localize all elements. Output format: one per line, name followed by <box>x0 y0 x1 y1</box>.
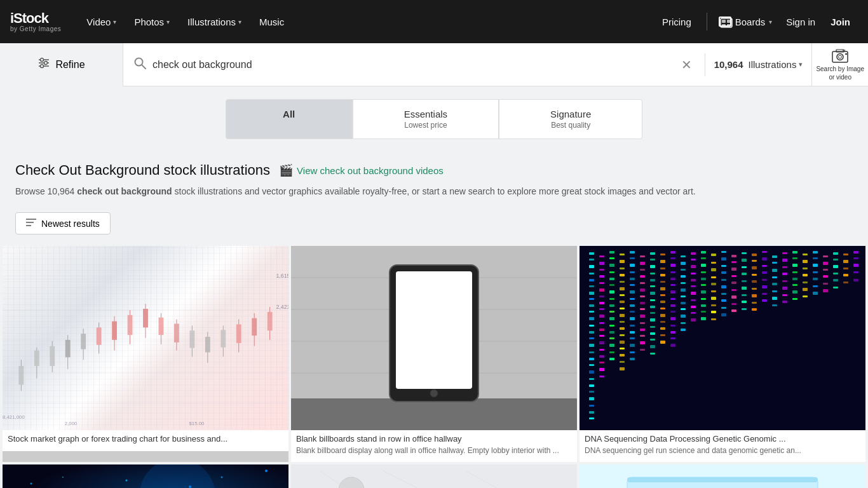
svg-rect-158 <box>630 251 635 254</box>
clear-search-button[interactable]: ✕ <box>679 55 695 75</box>
svg-rect-85 <box>589 298 594 300</box>
tab-signature-label: Signature <box>550 109 591 119</box>
svg-rect-88 <box>589 317 594 320</box>
image-card[interactable]: Blank billboards stand in row in office … <box>291 246 577 462</box>
svg-rect-45 <box>159 318 164 335</box>
svg-rect-212 <box>660 294 665 296</box>
nav-right-actions: Pricing Boards ▾ Sign in Join <box>652 11 858 32</box>
svg-rect-107 <box>599 275 604 278</box>
svg-rect-29 <box>34 351 39 366</box>
svg-rect-35 <box>81 334 86 349</box>
brand-logo[interactable]: iStock by Getty Images <box>10 11 61 32</box>
svg-rect-27 <box>18 366 24 384</box>
svg-text:2,000: 2,000 <box>65 421 78 426</box>
search-input[interactable] <box>153 59 672 71</box>
svg-rect-264 <box>701 290 706 294</box>
svg-rect-283 <box>721 279 726 281</box>
svg-rect-113 <box>599 315 604 318</box>
brand-name: iStock <box>10 11 61 25</box>
svg-rect-140 <box>620 254 625 255</box>
svg-rect-285 <box>721 293 726 295</box>
svg-point-76 <box>430 390 438 397</box>
nav-boards-button[interactable]: Boards ▾ <box>712 11 779 32</box>
svg-rect-332 <box>782 252 787 254</box>
svg-rect-320 <box>762 279 767 281</box>
svg-rect-384 <box>3 464 288 488</box>
image-caption: Stock market graph or forex trading char… <box>3 430 288 451</box>
svg-rect-133 <box>609 317 614 320</box>
svg-rect-180 <box>640 288 645 292</box>
svg-rect-118 <box>599 349 604 351</box>
svg-text:2,421: 2,421 <box>276 304 288 310</box>
svg-rect-119 <box>599 355 604 358</box>
svg-rect-174 <box>630 358 635 360</box>
svg-rect-329 <box>772 290 777 292</box>
svg-point-395 <box>265 470 268 472</box>
svg-rect-325 <box>772 262 777 264</box>
nav-video[interactable]: Video ▾ <box>79 11 124 32</box>
svg-rect-313 <box>752 294 757 297</box>
join-button[interactable]: Join <box>823 11 858 32</box>
svg-rect-79 <box>589 259 594 261</box>
image-card[interactable]: 1,615 2,421 8,421,000 2,000 $15.00 Stock… <box>3 246 288 462</box>
image-caption: Blank billboards stand in row in office … <box>291 430 577 462</box>
nav-links: Video ▾ Photos ▾ Illustrations ▾ Music <box>79 11 652 32</box>
svg-rect-260 <box>701 264 706 267</box>
svg-rect-202 <box>650 332 655 335</box>
svg-rect-117 <box>599 341 604 344</box>
svg-point-393 <box>221 477 223 478</box>
search-by-image-button[interactable]: Search by Imageor video <box>811 43 868 86</box>
nav-music[interactable]: Music <box>252 11 292 32</box>
image-card[interactable]: DNA Sequencing Data Processing Genetic G… <box>580 246 865 462</box>
svg-rect-277 <box>711 311 716 313</box>
svg-rect-324 <box>772 255 777 258</box>
signin-button[interactable]: Sign in <box>778 11 823 32</box>
svg-rect-218 <box>660 334 665 336</box>
svg-rect-268 <box>701 317 706 320</box>
svg-rect-164 <box>630 290 635 294</box>
svg-rect-222 <box>670 264 675 267</box>
svg-rect-112 <box>599 308 604 310</box>
nav-photos[interactable]: Photos ▾ <box>126 11 177 32</box>
svg-rect-269 <box>711 254 716 256</box>
svg-rect-162 <box>630 278 635 280</box>
svg-rect-338 <box>782 294 787 296</box>
svg-rect-102 <box>589 411 594 414</box>
svg-rect-136 <box>609 337 614 339</box>
svg-rect-175 <box>640 255 645 257</box>
view-videos-link[interactable]: 🎬 View check out background videos <box>279 163 444 177</box>
svg-rect-297 <box>731 309 736 312</box>
svg-rect-83 <box>589 285 594 287</box>
svg-rect-381 <box>853 264 858 267</box>
tab-essentials[interactable]: Essentials Lowest price <box>353 99 499 139</box>
sort-button[interactable]: Newest results <box>15 212 111 234</box>
image-card[interactable] <box>3 464 288 488</box>
chevron-down-icon: ▾ <box>769 18 772 25</box>
svg-rect-226 <box>670 290 675 294</box>
svg-rect-151 <box>620 327 625 330</box>
nav-pricing-link[interactable]: Pricing <box>652 11 702 32</box>
image-card[interactable] <box>291 464 577 488</box>
svg-rect-220 <box>670 251 675 254</box>
chevron-down-icon: ▾ <box>799 60 803 69</box>
svg-rect-49 <box>189 330 194 348</box>
svg-point-387 <box>31 483 32 485</box>
svg-rect-120 <box>599 362 604 363</box>
filter-type-button[interactable]: Illustrations ▾ <box>749 59 803 70</box>
svg-rect-275 <box>711 297 716 300</box>
svg-rect-144 <box>620 281 625 283</box>
svg-rect-287 <box>721 307 726 309</box>
svg-rect-186 <box>640 329 645 331</box>
tab-signature[interactable]: Signature Best quality <box>499 99 642 139</box>
svg-rect-380 <box>853 257 858 259</box>
tab-all[interactable]: All <box>226 99 353 139</box>
image-card[interactable]: SUPERMARKET <box>580 464 865 488</box>
refine-button[interactable]: Refine <box>0 43 123 86</box>
svg-rect-257 <box>691 318 696 322</box>
svg-rect-95 <box>589 364 594 366</box>
svg-rect-134 <box>609 325 614 327</box>
svg-rect-214 <box>660 308 665 309</box>
svg-rect-179 <box>640 282 645 284</box>
nav-illustrations[interactable]: Illustrations ▾ <box>180 11 249 32</box>
svg-rect-141 <box>620 260 625 263</box>
